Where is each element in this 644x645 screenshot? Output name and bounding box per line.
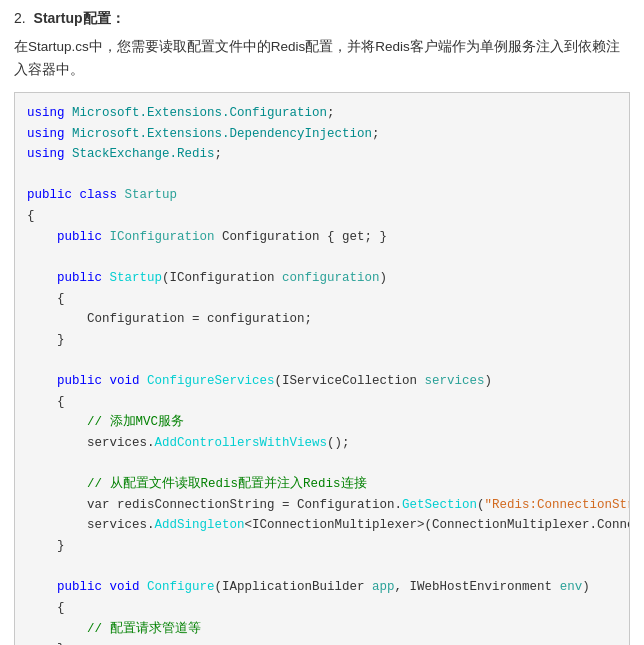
code-line-13: // 添加MVC服务 (27, 412, 617, 433)
code-line-4: public class Startup (27, 185, 617, 206)
code-line-blank4 (27, 454, 617, 475)
section2-title: Startup配置： (34, 10, 125, 26)
code-line-blank5 (27, 557, 617, 578)
section2-number: 2. (14, 10, 26, 26)
code-line-blank1 (27, 165, 617, 186)
code-line-11: public void ConfigureServices(IServiceCo… (27, 371, 617, 392)
code-line-8: { (27, 289, 617, 310)
code-line-12: { (27, 392, 617, 413)
code-line-9: Configuration = configuration; (27, 309, 617, 330)
code-line-14: services.AddControllersWithViews(); (27, 433, 617, 454)
code-line-3: using StackExchange.Redis; (27, 144, 617, 165)
code-line-16: var redisConnectionString = Configuratio… (27, 495, 617, 516)
code-line-17: services.AddSingleton<IConnectionMultipl… (27, 515, 617, 536)
code-line-blank2 (27, 247, 617, 268)
code-line-7: public Startup(IConfiguration configurat… (27, 268, 617, 289)
description-text: 在Startup.cs中，您需要读取配置文件中的Redis配置，并将Redis客… (14, 36, 630, 82)
code-block: using Microsoft.Extensions.Configuration… (14, 92, 630, 645)
code-line-20: { (27, 598, 617, 619)
code-line-15: // 从配置文件读取Redis配置并注入Redis连接 (27, 474, 617, 495)
section2-header: 2. Startup配置： (14, 10, 630, 28)
page-wrapper: 2. Startup配置： 在Startup.cs中，您需要读取配置文件中的Re… (0, 0, 644, 645)
code-line-2: using Microsoft.Extensions.DependencyInj… (27, 124, 617, 145)
code-line-blank3 (27, 350, 617, 371)
code-line-10: } (27, 330, 617, 351)
code-line-18: } (27, 536, 617, 557)
code-line-6: public IConfiguration Configuration { ge… (27, 227, 617, 248)
code-line-19: public void Configure(IApplicationBuilde… (27, 577, 617, 598)
code-line-21: // 配置请求管道等 (27, 619, 617, 640)
code-line-1: using Microsoft.Extensions.Configuration… (27, 103, 617, 124)
code-line-5: { (27, 206, 617, 227)
code-line-22: } (27, 639, 617, 645)
